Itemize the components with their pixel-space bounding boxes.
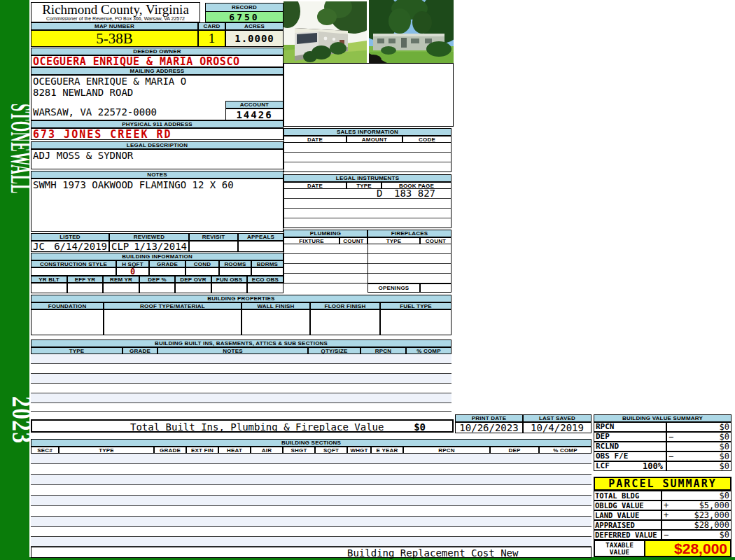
bvs-lcf-name: LCF	[596, 462, 610, 470]
card-label: CARD	[198, 22, 225, 30]
legal-description-value: ADJ MOSS & SYDNOR	[31, 149, 284, 169]
fun-obs-label: FUN OBS	[211, 276, 247, 283]
ps-deferred-label: DEFERRED VALUE	[594, 530, 662, 540]
bvs-dep-label: DEP	[594, 432, 666, 442]
bvs-obs-label: OBS F/E	[594, 451, 666, 461]
bs-dep-label: DEP	[490, 447, 539, 454]
fireplace-count-label: COUNT	[420, 237, 451, 244]
bs-comp-label: % COMP	[539, 447, 592, 454]
built-ins-total-label: Total Built Ins, Plumbing & Fireplace Va…	[130, 421, 384, 433]
mailing-address-label: MAILING ADDRESS	[31, 67, 284, 75]
bs-heat-label: HEAT	[218, 447, 251, 454]
h-sqft-value: 0	[116, 267, 149, 276]
fireplaces-label: FIREPLACES	[368, 230, 451, 237]
ps-land-op: +	[664, 511, 668, 519]
plumbing-count-label: COUNT	[340, 237, 368, 244]
building-section-row	[31, 454, 592, 464]
fun-obs-value	[211, 283, 247, 293]
revisit-label: REVISIT	[189, 233, 238, 241]
instrument-type-value: D	[377, 189, 382, 198]
built-ins-row	[31, 374, 451, 384]
foundation-value	[31, 309, 104, 335]
grade-label: GRADE	[149, 260, 186, 267]
legal-description-label: LEGAL DESCRIPTION	[31, 141, 284, 149]
bdrms-label: BDRMS	[251, 260, 284, 267]
built-ins-total-row: Total Built Ins, Plumbing & Fireplace Va…	[31, 419, 454, 433]
ps-obldg-label: OBLDG VALUE	[594, 500, 662, 510]
ps-appraised-label: APPRAISED VALUE	[594, 520, 662, 530]
sales-information-label: SALES INFORMATION	[284, 128, 451, 136]
appeals-value	[238, 241, 284, 252]
sales-code-label: CODE	[402, 136, 451, 143]
ps-deferred-value: − $0	[662, 530, 732, 540]
photo-notes-box	[284, 63, 454, 127]
record-value: 6750	[205, 11, 284, 22]
roof-type-value	[104, 309, 241, 335]
taxable-value-amount: $28,000	[644, 540, 732, 557]
built-ins-row	[31, 364, 451, 374]
rem-yr-label: REM YR	[103, 276, 139, 283]
cond-value	[186, 267, 219, 276]
card-value: 1	[198, 30, 225, 47]
fuel-type-label: FUEL TYPE	[380, 302, 451, 309]
fuel-type-value	[380, 309, 451, 335]
built-ins-row	[31, 384, 451, 393]
grade-value	[149, 267, 186, 276]
bvs-obs-amount: $0	[720, 452, 729, 461]
bvs-lcf-value: $0	[666, 461, 732, 471]
taxable-value-label: TAXABLE VALUE	[594, 540, 645, 557]
footer-row: Building Replacement Cost New	[31, 547, 592, 558]
built-ins-notes-label: NOTES	[158, 347, 308, 354]
bs-sqft-label: SQFT	[315, 447, 347, 454]
bs-shgt-label: SHGT	[283, 447, 315, 454]
bvs-dep-value: − $0	[666, 432, 732, 442]
ps-obldg-value: + $5,000	[662, 500, 732, 510]
rooms-label: ROOMS	[219, 260, 251, 267]
reviewed-value: CLP1/13/2014	[109, 241, 189, 252]
instrument-date-label: DATE	[284, 182, 346, 189]
dep-ovr-value	[175, 283, 211, 293]
print-date-value: 10/26/2023	[455, 422, 523, 433]
wall-finish-label: WALL FINISH	[241, 302, 310, 309]
parcel-summary-label: PARCEL SUMMARY	[594, 477, 732, 491]
openings-value	[420, 284, 451, 293]
wall-finish-value	[241, 309, 310, 335]
ps-total-bldg-label: TOTAL BLDG VALUE	[594, 491, 662, 500]
building-section-row	[31, 506, 592, 517]
acres-value: 1.0000	[225, 30, 284, 47]
bs-air-label: AIR	[251, 447, 283, 454]
ps-deferred-amount: $0	[720, 531, 729, 539]
account-label: ACCOUNT	[225, 101, 284, 108]
listed-date: 6/14/2019	[54, 241, 107, 251]
bs-sec-label: SEC#	[31, 447, 59, 454]
ps-land-value: + $23,000	[662, 510, 732, 520]
notes-label: NOTES	[31, 171, 284, 178]
ps-total-bldg-value: $0	[662, 491, 732, 500]
listed-label: LISTED	[31, 233, 109, 241]
mailing-line-1: OCEGUERA ENRIQUE & MARIA O	[31, 76, 283, 87]
ps-obldg-amount: $5,000	[699, 501, 729, 510]
built-ins-row	[31, 393, 451, 403]
ps-obldg-op: +	[664, 501, 668, 510]
physical-911-label: PHYSICAL 911 ADDRESS	[31, 120, 284, 128]
instrument-row: D 183 827	[284, 189, 451, 199]
mobile-home-side-illustration	[284, 1, 367, 63]
plumbing-label: PLUMBING	[284, 230, 368, 237]
bs-whgt-label: WHGT	[347, 447, 371, 454]
last-saved-value: 10/4/2019	[523, 422, 592, 433]
roof-type-label: ROOF TYPE/MATERIAL	[104, 302, 241, 309]
sales-row	[284, 162, 451, 172]
construction-style-label: CONSTRUCTION STYLE	[31, 260, 116, 267]
last-saved-label: LAST SAVED	[523, 414, 592, 422]
building-section-row	[31, 475, 592, 485]
eff-yr-value	[67, 283, 103, 293]
yr-blt-label: YR BLT	[31, 276, 67, 283]
bvs-rclnd-label: RCLND	[594, 442, 666, 451]
appeals-label: APPEALS	[238, 233, 284, 241]
bvs-obs-op: −	[668, 452, 673, 461]
bvs-dep-amount: $0	[720, 433, 729, 441]
bvs-dep-op: −	[668, 433, 673, 441]
reviewed-date: 1/13/2014	[134, 241, 187, 251]
openings-label: OPENINGS	[368, 284, 420, 293]
cond-label: COND	[186, 260, 219, 267]
